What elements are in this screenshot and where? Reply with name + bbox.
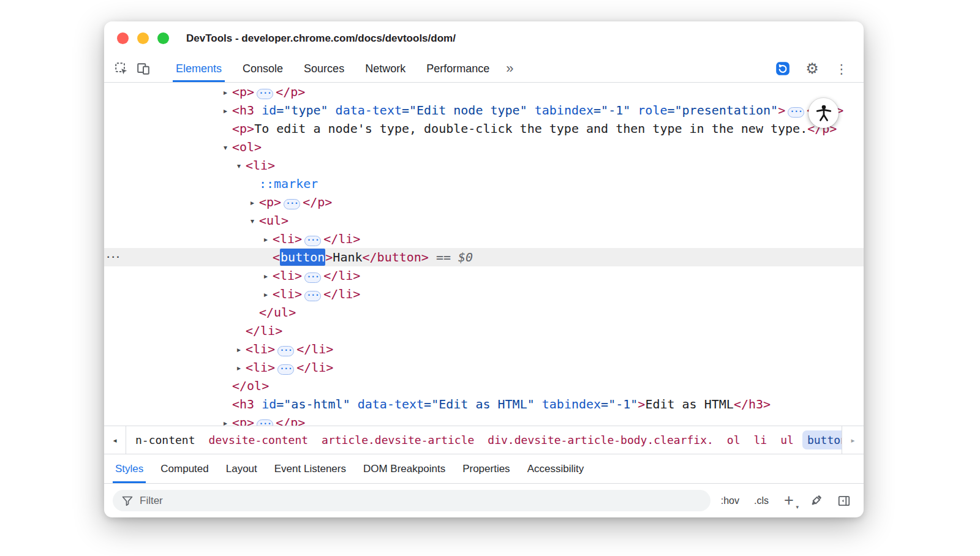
breadcrumb-scroll-right-button[interactable]: ▸ <box>842 426 864 454</box>
toggle-element-state-button[interactable]: :hov <box>717 495 744 506</box>
close-window-button[interactable] <box>117 32 129 44</box>
tab-console[interactable]: Console <box>232 55 293 82</box>
dom-node-row[interactable]: ▸<li>•••</li> <box>104 266 864 285</box>
token-val: ="-1" <box>601 397 638 411</box>
reload-badge-icon <box>775 61 791 77</box>
tab-accessibility[interactable]: Accessibility <box>519 454 593 483</box>
more-options-button[interactable]: ⋮ <box>831 58 853 80</box>
dom-node-row[interactable]: ▾<li> <box>104 156 864 175</box>
filter-field[interactable] <box>113 490 710 511</box>
breadcrumb-item-ol[interactable]: ol <box>722 430 745 449</box>
disclosure-right-icon[interactable]: ▸ <box>251 193 259 212</box>
breadcrumb-item-button[interactable]: button <box>802 430 842 449</box>
token-tag: </button> <box>363 250 429 265</box>
dom-node-row[interactable]: <p>To edit a node's type, double-click t… <box>104 119 864 138</box>
tab-dom-breakpoints[interactable]: DOM Breakpoints <box>355 454 454 483</box>
disclosure-right-icon[interactable]: ▸ <box>264 285 273 304</box>
tab-computed[interactable]: Computed <box>152 454 217 483</box>
breadcrumb-item-article-devsite-article[interactable]: article.devsite-article <box>317 430 479 449</box>
dom-node-row[interactable]: </li> <box>104 321 864 340</box>
breadcrumb-item-devsite-content[interactable]: devsite-content <box>204 430 314 449</box>
dom-node-row[interactable]: ▸<p>•••</p> <box>104 83 864 101</box>
tab-properties[interactable]: Properties <box>454 454 518 483</box>
tab-event-listeners[interactable]: Event Listeners <box>266 454 355 483</box>
disclosure-down-icon[interactable]: ▾ <box>251 212 259 230</box>
dom-node-row[interactable]: ▸<li>•••</li> <box>104 340 864 358</box>
token-tag: > <box>325 250 333 265</box>
tab-performance[interactable]: Performance <box>416 55 500 82</box>
expand-ellipsis-button[interactable]: ••• <box>304 272 321 283</box>
disclosure-right-icon[interactable]: ▸ <box>264 230 273 249</box>
dom-node-row[interactable]: ▸<li>•••</li> <box>104 230 864 248</box>
token-tag: </p> <box>303 195 332 209</box>
token-text: Edit as HTML <box>645 397 734 411</box>
breadcrumb-item-ul[interactable]: ul <box>775 430 799 449</box>
token-tag: <p> <box>232 85 254 99</box>
tab-sources[interactable]: Sources <box>293 55 355 82</box>
more-tabs-button[interactable]: » <box>506 61 513 77</box>
disclosure-right-icon[interactable]: ▸ <box>237 340 246 359</box>
disclosure-right-icon[interactable]: ▸ <box>224 102 232 120</box>
devtools-toolbar: ElementsConsoleSourcesNetworkPerformance… <box>104 55 864 83</box>
expand-ellipsis-button[interactable]: ••• <box>277 346 294 356</box>
toggle-sidebar-button[interactable] <box>833 490 855 512</box>
dom-node-row[interactable]: ▸<p>•••</p> <box>104 413 864 426</box>
dom-node-row[interactable]: </ol> <box>104 377 864 395</box>
node-overflow-icon[interactable]: ••• <box>107 248 121 266</box>
token-tag: </li> <box>296 342 333 356</box>
gear-icon: ⚙ <box>805 61 819 76</box>
zoom-window-button[interactable] <box>157 32 169 44</box>
rendering-emulations-button[interactable] <box>805 490 827 512</box>
tab-network[interactable]: Network <box>355 55 416 82</box>
expand-ellipsis-button[interactable]: ••• <box>257 89 273 99</box>
token-attr: data-text <box>358 397 424 411</box>
token-attr: id <box>262 103 276 118</box>
reload-button[interactable] <box>772 58 794 80</box>
dom-node-row[interactable]: ▸<p>•••</p> <box>104 193 864 211</box>
disclosure-right-icon[interactable]: ▸ <box>224 414 232 426</box>
dom-node-row[interactable]: ▸<li>•••</li> <box>104 358 864 377</box>
breadcrumb-item-div-devsite-article-body-clearfix-[interactable]: div.devsite-article-body.clearfix. <box>483 430 718 449</box>
dom-node-row[interactable]: ▸<h3 id="type" data-text="Edit node type… <box>104 101 864 119</box>
disclosure-right-icon[interactable]: ▸ <box>237 359 246 377</box>
new-style-rule-button[interactable]: + ▾ <box>779 490 799 512</box>
chevron-left-icon: ◂ <box>112 435 118 446</box>
element-classes-button[interactable]: .cls <box>750 495 773 506</box>
expand-ellipsis-button[interactable]: ••• <box>284 199 300 209</box>
expand-ellipsis-button[interactable]: ••• <box>788 107 804 118</box>
breadcrumb-scroll-left-button[interactable]: ◂ <box>104 426 126 454</box>
disclosure-right-icon[interactable]: ▸ <box>224 83 232 102</box>
dom-node-row[interactable]: ▾<ul> <box>104 211 864 230</box>
disclosure-down-icon[interactable]: ▾ <box>237 157 246 175</box>
dom-node-row[interactable]: ▸<li>•••</li> <box>104 285 864 303</box>
token-attr: tabindex <box>542 397 601 411</box>
expand-ellipsis-button[interactable]: ••• <box>277 364 294 375</box>
disclosure-down-icon[interactable]: ▾ <box>224 138 232 157</box>
tab-styles[interactable]: Styles <box>107 454 152 483</box>
breadcrumb-item-li[interactable]: li <box>749 430 772 449</box>
breadcrumb-item-n-content[interactable]: n-content <box>130 430 200 449</box>
dom-node-row[interactable]: <h3 id="as-html" data-text="Edit as HTML… <box>104 395 864 413</box>
expand-ellipsis-button[interactable]: ••• <box>304 291 321 301</box>
tab-elements[interactable]: Elements <box>165 55 232 82</box>
accessibility-person-icon <box>809 98 839 128</box>
token-pseudo: ::marker <box>259 176 318 191</box>
token-tag: </li> <box>323 268 360 283</box>
token-tag: <li> <box>273 287 302 301</box>
dom-node-row[interactable]: ::marker <box>104 175 864 193</box>
settings-button[interactable]: ⚙ <box>801 58 823 80</box>
disclosure-right-icon[interactable]: ▸ <box>264 267 273 285</box>
expand-ellipsis-button[interactable]: ••• <box>257 419 273 426</box>
token-text <box>254 397 262 411</box>
tab-layout[interactable]: Layout <box>217 454 266 483</box>
expand-ellipsis-button[interactable]: ••• <box>304 236 321 246</box>
device-toolbar-button[interactable] <box>132 58 154 80</box>
dom-node-row[interactable]: ▾<ol> <box>104 138 864 156</box>
inspect-element-button[interactable] <box>110 58 132 80</box>
kebab-menu-icon: ⋮ <box>835 62 848 75</box>
dom-node-row[interactable]: </ul> <box>104 303 864 321</box>
filter-input[interactable] <box>140 495 702 507</box>
minimize-window-button[interactable] <box>137 32 149 44</box>
dom-node-row[interactable]: •••<button>Hank</button> == $0 <box>104 248 864 266</box>
token-val: ="Edit node type" <box>402 103 527 118</box>
